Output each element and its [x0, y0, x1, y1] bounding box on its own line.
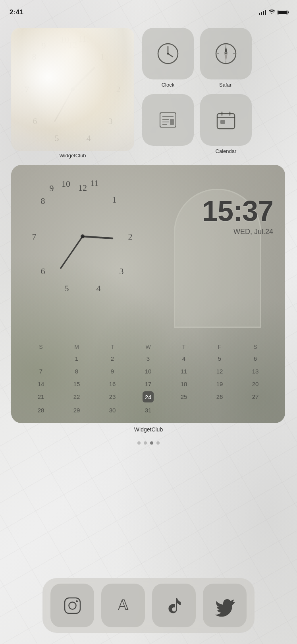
svg-text:1: 1: [112, 195, 117, 205]
calendar-icon: [214, 108, 238, 132]
cal-header-t1: T: [94, 344, 130, 350]
widget-club-small-label: WidgetClub: [59, 153, 86, 159]
clock-app-label: Clock: [162, 82, 175, 88]
cal-cell: 28: [23, 405, 59, 415]
widget-club-small[interactable]: 12 1 2 3 4 5 6 7 8 9 10 11: [11, 28, 134, 151]
safari-icon: [214, 42, 238, 66]
cal-cell: 1: [59, 353, 94, 364]
svg-rect-32: [170, 119, 174, 125]
safari-app-label: Safari: [219, 82, 233, 88]
instagram-icon: [62, 595, 83, 617]
top-icons-row1: Clock: [142, 28, 286, 88]
cal-cell: 21: [23, 391, 59, 402]
cal-cell: 2: [94, 353, 130, 364]
cal-cell: [23, 353, 59, 364]
status-bar: 2:41: [0, 0, 297, 20]
large-clock-area: 12 1 2 3 4 5 6 7 8 9 10 11: [19, 173, 146, 300]
cal-cell: 3: [130, 353, 166, 364]
svg-point-52: [81, 234, 85, 238]
cal-cell: 5: [202, 353, 237, 364]
calendar-app-label: Calendar: [216, 148, 237, 154]
appstore-dock-icon[interactable]: 𝔸: [101, 584, 145, 627]
cal-cell: 24: [143, 391, 154, 402]
cal-cell: 4: [166, 353, 202, 364]
svg-text:12: 12: [78, 183, 87, 193]
cal-cell: 17: [130, 379, 166, 389]
svg-text:4: 4: [96, 283, 101, 293]
cal-cell: 22: [59, 391, 94, 402]
clock-face-large: 12 1 2 3 4 5 6 7 8 9 10 11: [19, 173, 146, 300]
digital-date: WED, Jul.24: [202, 228, 273, 236]
clock-app-icon[interactable]: [142, 28, 194, 79]
svg-text:10: 10: [62, 179, 70, 189]
tiktok-dock-icon[interactable]: [152, 584, 196, 627]
calendar-app-icon[interactable]: [200, 94, 252, 146]
cal-cell: [166, 405, 202, 415]
safari-app-icon[interactable]: [200, 28, 252, 79]
safari-app-wrapper: Safari: [200, 28, 252, 88]
calendar-header-row: S M T W T F S: [23, 344, 273, 350]
cal-header-f: F: [202, 344, 237, 350]
svg-text:9: 9: [50, 183, 54, 193]
twitter-dock-icon[interactable]: [203, 584, 247, 627]
cal-cell: 31: [130, 405, 166, 415]
svg-text:5: 5: [65, 283, 69, 293]
top-icons-row2: Calendar: [142, 94, 286, 154]
news-app-icon[interactable]: [142, 94, 194, 146]
svg-point-54: [69, 602, 76, 609]
cal-cell: 11: [166, 366, 202, 376]
instagram-dock-icon[interactable]: [50, 584, 94, 627]
clock-app-wrapper: Clock: [142, 28, 194, 88]
top-row: 12 1 2 3 4 5 6 7 8 9 10 11: [11, 28, 286, 159]
cal-cell: 8: [59, 366, 94, 376]
page-dot-1: [137, 441, 141, 445]
large-widget-section: 12 1 2 3 4 5 6 7 8 9 10 11: [11, 165, 286, 433]
cal-cell: 29: [59, 405, 94, 415]
svg-point-55: [76, 600, 78, 602]
cal-cell: 12: [202, 366, 237, 376]
status-icons: [259, 9, 287, 15]
svg-text:2: 2: [128, 232, 133, 242]
battery-icon: [278, 10, 287, 15]
cal-cell: 7: [23, 366, 59, 376]
svg-point-18: [167, 53, 169, 55]
cal-header-m: M: [59, 344, 94, 350]
svg-line-51: [61, 236, 83, 268]
cal-cell: [237, 405, 273, 415]
dock: 𝔸: [42, 578, 255, 633]
widget-club-small-col: 12 1 2 3 4 5 6 7 8 9 10 11: [11, 28, 134, 159]
page-dot-3: [150, 441, 153, 445]
cal-cell: 14: [23, 379, 59, 389]
tiktok-icon: [163, 595, 185, 617]
twitter-icon: [214, 595, 236, 617]
cal-header-s2: S: [237, 344, 273, 350]
svg-rect-37: [220, 120, 225, 124]
page-dot-4: [156, 441, 160, 445]
svg-marker-21: [224, 54, 228, 62]
wifi-icon: [268, 9, 275, 15]
digital-time-display: 15:37 WED, Jul.24: [202, 197, 273, 236]
status-time: 2:41: [10, 8, 23, 16]
app-icons-right: Clock: [142, 28, 286, 154]
news-icon: [156, 108, 180, 132]
clock-icon: [156, 42, 180, 66]
cal-cell: 26: [202, 391, 237, 402]
calendar-grid: S M T W T F S 12345678910111213141516171…: [23, 344, 273, 415]
svg-text:3: 3: [120, 266, 124, 276]
cal-cell: 6: [237, 353, 273, 364]
large-widget-label: WidgetClub: [11, 426, 286, 433]
news-app-wrapper: [142, 94, 194, 154]
cal-header-t2: T: [166, 344, 202, 350]
cal-cell: 30: [94, 405, 130, 415]
cal-cell: 27: [237, 391, 273, 402]
calendar-app-wrapper: Calendar: [200, 94, 252, 154]
signal-bars-icon: [259, 10, 266, 15]
svg-text:7: 7: [32, 232, 37, 242]
cal-cell: 20: [237, 379, 273, 389]
svg-text:𝔸: 𝔸: [118, 597, 129, 613]
page-dot-2: [144, 441, 147, 445]
cal-header-s1: S: [23, 344, 59, 350]
widget-club-large[interactable]: 12 1 2 3 4 5 6 7 8 9 10 11: [11, 165, 285, 423]
calendar-body: 1234567891011121314151617181920212223242…: [23, 353, 273, 415]
page-dots: [11, 441, 286, 445]
